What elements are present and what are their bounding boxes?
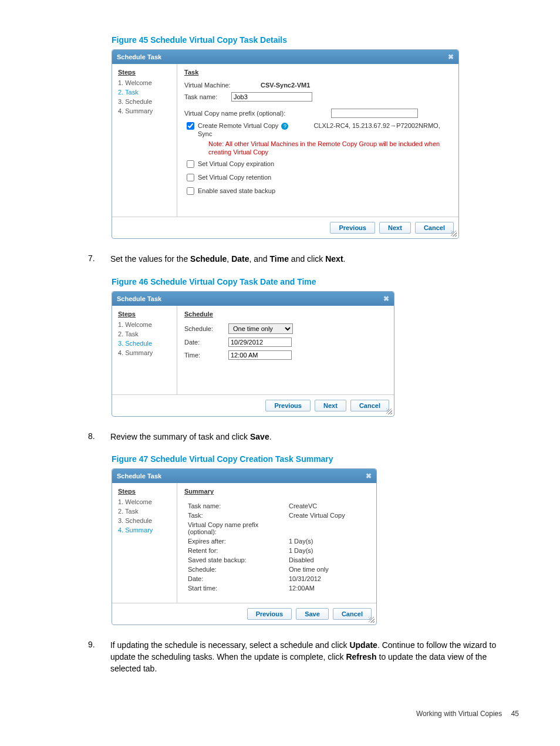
taskname-input[interactable]	[231, 92, 312, 102]
saved-state-label: Enable saved state backup	[198, 187, 275, 195]
close-icon[interactable]: ✖	[366, 472, 372, 480]
set-expiration-checkbox[interactable]	[187, 160, 194, 168]
step-9-text: If updating the schedule is necessary, s…	[110, 640, 510, 674]
taskname-label: Task name:	[184, 93, 231, 100]
table-row: Task:Create Virtual Copy	[185, 511, 368, 519]
figure-47-caption: Figure 47 Schedule Virtual Copy Creation…	[112, 454, 519, 464]
step-9-number: 9.	[88, 640, 108, 649]
step-welcome[interactable]: 1. Welcome	[118, 79, 171, 86]
dialog-title-text: Schedule Task	[117, 295, 161, 302]
vcprefix-input[interactable]	[331, 109, 418, 118]
step-summary[interactable]: 4. Summary	[118, 349, 171, 356]
summary-value	[286, 521, 368, 536]
content-header: Task	[184, 69, 451, 76]
previous-button[interactable]: Previous	[265, 400, 310, 411]
table-row: Task name:CreateVC	[185, 502, 368, 510]
summary-label: Schedule:	[185, 565, 285, 573]
remote-vc-note: Note: All other Virtual Machines in the …	[208, 140, 451, 157]
summary-label: Expires after:	[185, 537, 285, 545]
resize-grip-icon[interactable]	[369, 617, 375, 623]
schedule-label: Schedule:	[184, 325, 228, 332]
page-footer: Working with Virtual Copies 45	[0, 710, 519, 718]
cancel-button[interactable]: Cancel	[415, 222, 454, 234]
summary-value: CreateVC	[286, 502, 368, 510]
content-header: Schedule	[184, 310, 387, 318]
set-expiration-label: Set Virtual Copy expiration	[198, 160, 274, 168]
footer-section: Working with Virtual Copies	[416, 710, 502, 718]
dialog-title: Schedule Task ✖	[112, 50, 458, 64]
schedule-select[interactable]: One time only	[228, 323, 293, 334]
save-button[interactable]: Save	[296, 608, 329, 620]
summary-value: 1 Day(s)	[286, 537, 368, 545]
create-remote-vc-checkbox[interactable]	[187, 122, 194, 130]
table-row: Saved state backup:Disabled	[185, 556, 368, 564]
summary-label: Task:	[185, 511, 285, 519]
table-row: Virtual Copy name prefix (optional):	[185, 521, 368, 536]
step-welcome[interactable]: 1. Welcome	[118, 321, 171, 328]
summary-label: Retent for:	[185, 546, 285, 555]
table-row: Start time:12:00AM	[185, 584, 368, 592]
step-task[interactable]: 2. Task	[118, 330, 171, 337]
step-summary[interactable]: 4. Summary	[118, 526, 171, 534]
schedule-task-dialog-47: Schedule Task ✖ Steps 1. Welcome 2. Task…	[112, 468, 377, 625]
saved-state-checkbox[interactable]	[187, 187, 194, 195]
dialog-title-text: Schedule Task	[117, 472, 161, 480]
summary-value: Create Virtual Copy	[286, 511, 368, 519]
summary-value: 10/31/2012	[286, 575, 368, 583]
summary-label: Start time:	[185, 584, 285, 592]
schedule-task-dialog-45: Schedule Task ✖ Steps 1. Welcome 2. Task…	[112, 49, 459, 239]
summary-value: Disabled	[286, 556, 368, 564]
cancel-button[interactable]: Cancel	[333, 608, 372, 620]
resize-grip-icon[interactable]	[451, 231, 457, 237]
dialog-title-text: Schedule Task	[117, 53, 161, 60]
next-button[interactable]: Next	[315, 400, 346, 411]
summary-value: 12:00AM	[286, 584, 368, 592]
step-7-text: Set the values for the Schedule, Date, a…	[110, 254, 510, 265]
step-8-text: Review the summary of task and click Sav…	[110, 431, 510, 443]
time-input[interactable]	[228, 350, 292, 360]
vm-label: Virtual Machine:	[184, 82, 261, 89]
resize-grip-icon[interactable]	[386, 409, 392, 414]
figure-46-caption: Figure 46 Schedule Virtual Copy Task Dat…	[112, 277, 519, 286]
time-label: Time:	[184, 352, 228, 359]
create-remote-vc-label: Create Remote Virtual Copy	[198, 122, 280, 129]
step-schedule[interactable]: 3. Schedule	[118, 98, 171, 105]
help-icon[interactable]: ?	[281, 123, 288, 130]
table-row: Date:10/31/2012	[185, 575, 368, 583]
step-8-number: 8.	[88, 431, 108, 441]
previous-button[interactable]: Previous	[330, 222, 375, 234]
table-row: Expires after:1 Day(s)	[185, 537, 368, 545]
step-task[interactable]: 2. Task	[118, 508, 171, 515]
step-task[interactable]: 2. Task	[118, 89, 171, 96]
dialog-title: Schedule Task ✖	[112, 292, 394, 306]
steps-header: Steps	[118, 488, 171, 495]
summary-value: One time only	[286, 565, 368, 573]
table-row: Schedule:One time only	[185, 565, 368, 573]
set-retention-checkbox[interactable]	[187, 174, 194, 181]
content-header: Summary	[184, 488, 369, 495]
cancel-button[interactable]: Cancel	[350, 400, 389, 411]
summary-label: Date:	[185, 575, 285, 583]
schedule-task-dialog-46: Schedule Task ✖ Steps 1. Welcome 2. Task…	[112, 291, 394, 417]
vcprefix-label: Virtual Copy name prefix (optional):	[184, 110, 319, 117]
step-welcome[interactable]: 1. Welcome	[118, 498, 171, 505]
step-summary[interactable]: 4. Summary	[118, 107, 171, 114]
summary-value: 1 Day(s)	[286, 546, 368, 555]
vm-value: CSV-Sync2-VM1	[261, 82, 310, 89]
summary-label: Saved state backup:	[185, 556, 285, 564]
date-label: Date:	[184, 339, 228, 346]
previous-button[interactable]: Previous	[247, 608, 292, 620]
steps-header: Steps	[118, 310, 171, 318]
step-schedule[interactable]: 3. Schedule	[118, 340, 171, 347]
footer-page-number: 45	[511, 710, 519, 718]
step-7-number: 7.	[88, 254, 108, 263]
table-row: Retent for:1 Day(s)	[185, 546, 368, 555]
step-schedule[interactable]: 3. Schedule	[118, 517, 171, 524]
close-icon[interactable]: ✖	[448, 53, 454, 61]
next-button[interactable]: Next	[379, 222, 411, 234]
set-retention-label: Set Virtual Copy retention	[198, 173, 271, 181]
date-input[interactable]	[228, 337, 292, 347]
summary-label: Virtual Copy name prefix (optional):	[185, 521, 285, 536]
close-icon[interactable]: ✖	[383, 295, 389, 303]
summary-label: Task name:	[185, 502, 285, 510]
